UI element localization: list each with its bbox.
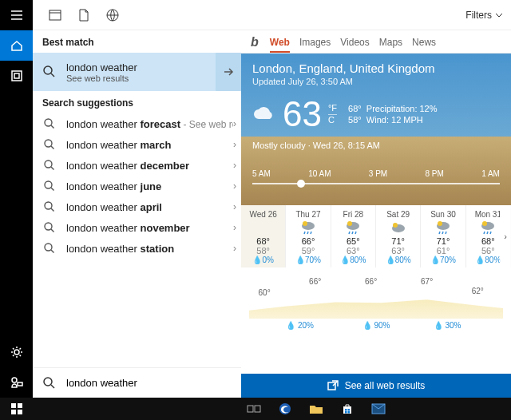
documents-scope-icon[interactable] — [69, 1, 98, 30]
chevron-right-icon: › — [233, 222, 236, 233]
suggestion-item[interactable]: london weather forecast - See web result… — [33, 113, 241, 134]
svg-point-12 — [45, 244, 52, 251]
temp-sparkline: 60°66°66°67°62°💧 20%💧 90%💧 30% — [249, 274, 503, 330]
menu-icon[interactable] — [0, 0, 33, 30]
forecast-next-button[interactable]: › — [500, 205, 511, 267]
hour-label: 1 AM — [481, 169, 500, 178]
forecast-day[interactable]: Wed 26 68° 58° 💧0% — [241, 205, 286, 267]
hour-label: 5 AM — [252, 169, 271, 178]
svg-point-16 — [347, 221, 352, 226]
suggestion-text: london weather forecast - See web result… — [66, 118, 233, 130]
chevron-right-icon: › — [233, 201, 236, 212]
search-box[interactable] — [33, 367, 241, 398]
svg-rect-4 — [18, 382, 22, 386]
weather-temp: 63 — [283, 94, 322, 134]
weather-icon — [333, 219, 374, 236]
svg-rect-36 — [345, 411, 347, 414]
best-match-item[interactable]: london weather See web results — [33, 53, 241, 91]
weather-card: London, England, United Kingdom Updated … — [241, 53, 511, 374]
feedback-icon[interactable] — [0, 367, 33, 398]
suggestion-item[interactable]: london weather june › — [33, 176, 241, 196]
svg-rect-34 — [345, 409, 347, 411]
header-bar: Filters — [33, 0, 511, 30]
search-icon — [33, 200, 66, 213]
hour-timeline[interactable]: 5 AM10 AM3 PM8 PM1 AM — [252, 169, 500, 184]
filters-button[interactable]: Filters — [465, 10, 503, 21]
svg-rect-24 — [50, 10, 61, 20]
bing-tab-web[interactable]: Web — [270, 37, 290, 53]
preview-pane: b WebImagesVideosMapsNews London, Englan… — [241, 0, 511, 398]
svg-point-22 — [482, 221, 487, 226]
forecast-day[interactable]: Sat 29 71° 63° 💧80% — [376, 205, 421, 267]
start-button[interactable] — [0, 398, 33, 420]
svg-point-26 — [44, 378, 52, 386]
unit-c[interactable]: C — [328, 115, 337, 125]
weather-condition: Mostly cloudy · Wed 26, 8:15 AM — [252, 141, 500, 150]
svg-point-11 — [45, 223, 52, 230]
forecast-day[interactable]: Fri 28 65° 63° 💧80% — [331, 205, 376, 267]
forecast-day[interactable]: Sun 30 71° 61° 💧70% — [421, 205, 465, 267]
taskbar-task-view[interactable] — [240, 399, 268, 418]
hour-label: 10 AM — [308, 169, 331, 178]
apps-scope-icon[interactable] — [41, 1, 69, 30]
taskbar-explorer[interactable] — [302, 399, 331, 418]
bing-tab-maps[interactable]: Maps — [379, 37, 402, 51]
unit-f[interactable]: °F — [328, 103, 337, 115]
arrow-right-icon[interactable] — [216, 53, 241, 91]
weather-icon — [287, 219, 328, 236]
suggestion-text: london weather november — [66, 222, 233, 234]
open-icon — [327, 380, 339, 391]
svg-rect-27 — [11, 403, 16, 408]
weather-location: London, England, United Kingdom — [252, 61, 500, 75]
suggestion-text: london weather december — [66, 160, 233, 172]
see-all-results-button[interactable]: See all web results — [241, 374, 511, 398]
svg-rect-0 — [12, 71, 22, 81]
bing-tab-images[interactable]: Images — [299, 37, 331, 51]
suggestion-text: london weather june — [66, 180, 233, 192]
results-pane: Best match london weather See web result… — [33, 0, 241, 398]
weather-updated: Updated July 26, 3:50 AM — [252, 77, 500, 86]
bing-tab-videos[interactable]: Videos — [340, 37, 369, 51]
best-match-title: london weather — [66, 61, 216, 73]
taskbar-store[interactable] — [333, 399, 362, 418]
taskbar-mail[interactable] — [364, 399, 393, 418]
best-match-header: Best match — [33, 30, 241, 53]
spark-precip-label: 💧 20% — [286, 321, 314, 330]
cloud-icon — [252, 106, 276, 122]
svg-point-14 — [303, 221, 307, 226]
weather-lo: 58° — [348, 115, 362, 125]
chevron-right-icon: › — [233, 180, 236, 192]
suggestion-text: london weather station — [66, 243, 233, 255]
suggestion-text: london weather april — [66, 201, 233, 213]
bing-tab-news[interactable]: News — [412, 37, 436, 51]
spark-precip-label: 💧 30% — [434, 321, 461, 330]
suggestion-item[interactable]: london weather march › — [33, 134, 241, 155]
search-input[interactable] — [66, 377, 241, 389]
suggestion-item[interactable]: london weather december › — [33, 155, 241, 176]
svg-rect-30 — [18, 410, 22, 414]
suggestion-item[interactable]: london weather april › — [33, 196, 241, 217]
home-icon[interactable] — [0, 30, 33, 61]
search-icon — [33, 376, 66, 390]
settings-icon[interactable] — [0, 337, 33, 367]
svg-rect-1 — [14, 73, 19, 78]
search-icon — [33, 221, 66, 234]
spark-temp-label: 62° — [472, 287, 484, 295]
svg-rect-37 — [348, 411, 351, 414]
suggestion-item[interactable]: london weather november › — [33, 217, 241, 238]
suggestion-item[interactable]: london weather station › — [33, 238, 241, 259]
svg-point-6 — [45, 119, 52, 126]
timeline-handle[interactable] — [297, 180, 305, 188]
weather-icon — [422, 219, 463, 236]
svg-point-8 — [45, 160, 52, 168]
forecast-day[interactable]: Thu 27 66° 59° 💧70% — [286, 205, 331, 267]
hour-label: 3 PM — [369, 169, 387, 178]
chevron-right-icon: › — [233, 243, 236, 254]
search-icon — [33, 180, 66, 192]
web-scope-icon[interactable] — [98, 1, 127, 30]
taskbar-edge[interactable] — [271, 399, 299, 418]
weather-wind: Wind: 12 MPH — [366, 115, 423, 125]
apps-icon[interactable] — [0, 61, 33, 91]
chevron-right-icon: › — [233, 118, 236, 129]
search-icon — [33, 65, 66, 79]
